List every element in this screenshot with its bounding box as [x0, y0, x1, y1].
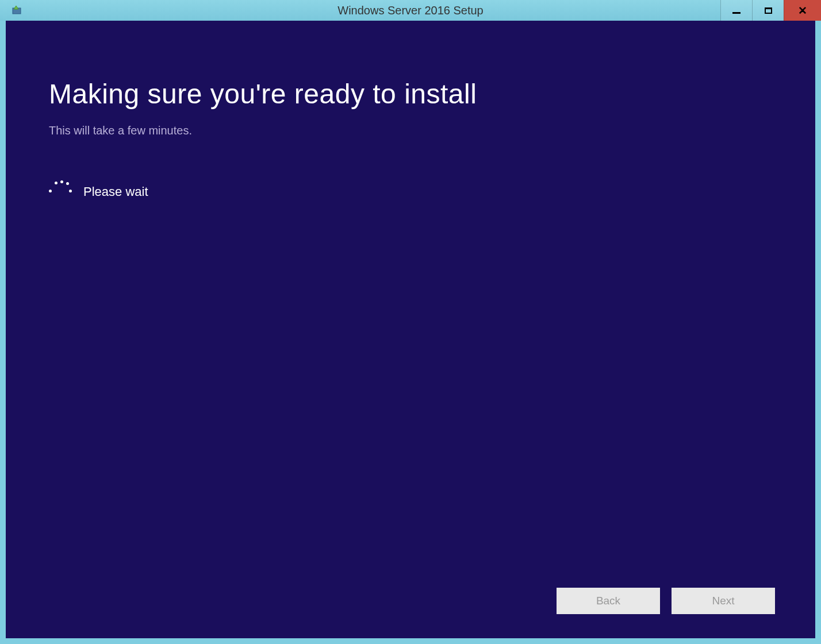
back-button[interactable]: Back: [557, 588, 660, 614]
window-controls: ✕: [720, 0, 821, 21]
progress-row: Please wait: [49, 180, 772, 203]
maximize-button[interactable]: [752, 0, 784, 21]
next-button[interactable]: Next: [672, 588, 775, 614]
titlebar[interactable]: Windows Server 2016 Setup ✕: [0, 0, 821, 21]
window-title: Windows Server 2016 Setup: [337, 4, 483, 17]
footer-buttons: Back Next: [557, 588, 775, 614]
maximize-icon: [765, 7, 772, 14]
page-subheading: This will take a few minutes.: [49, 124, 772, 137]
close-icon: ✕: [798, 4, 807, 17]
page-heading: Making sure you're ready to install: [49, 78, 772, 110]
setup-window: Windows Server 2016 Setup ✕ Making sure …: [0, 0, 821, 644]
close-button[interactable]: ✕: [784, 0, 821, 21]
progress-text: Please wait: [83, 184, 148, 199]
minimize-button[interactable]: [720, 0, 752, 21]
app-icon: [10, 3, 24, 17]
content-area: Making sure you're ready to install This…: [6, 21, 815, 638]
spinner-icon: [49, 180, 72, 203]
minimize-icon: [732, 12, 741, 14]
